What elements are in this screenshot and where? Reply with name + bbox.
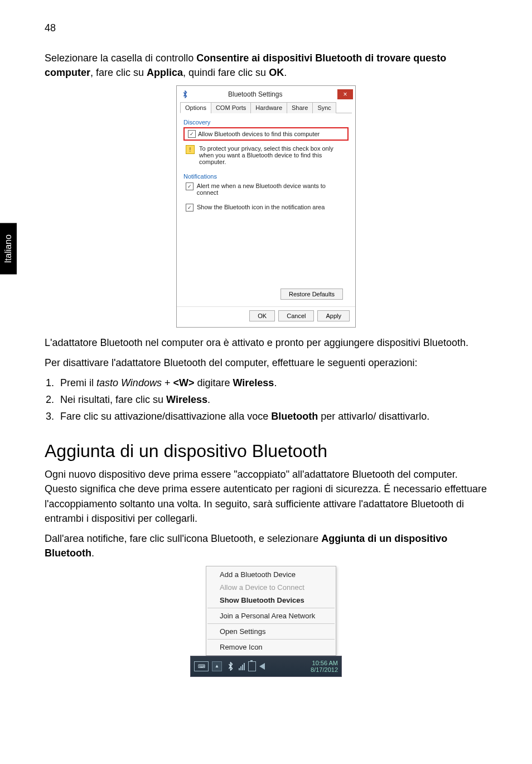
tab-options[interactable]: Options	[180, 102, 211, 113]
menu-separator	[207, 623, 335, 624]
text: Premi il	[60, 377, 96, 388]
dialog-tabs: Options COM Ports Hardware Share Sync	[180, 102, 352, 113]
text: .	[91, 547, 94, 559]
text: .	[284, 67, 287, 78]
notifications-group-label: Notifications	[183, 173, 349, 180]
text-bold: OK	[269, 67, 284, 78]
paragraph: Per disattivare l'adattatore Bluetooth d…	[45, 355, 487, 370]
menu-allow-connect[interactable]: Allow a Device to Connect	[207, 581, 335, 594]
allow-find-checkbox[interactable]: ✓	[188, 130, 196, 138]
text: Dall'area notifiche, fare clic sull'icon…	[45, 533, 321, 544]
text-bold: Wireless	[233, 377, 274, 388]
network-signal-icon[interactable]	[239, 662, 245, 670]
tab-share[interactable]: Share	[287, 102, 313, 113]
menu-open-settings[interactable]: Open Settings	[207, 625, 335, 638]
text: Selezionare la casella di controllo	[45, 52, 196, 64]
keyboard-icon[interactable]: ⌨	[194, 661, 209, 671]
taskbar-clock[interactable]: 10:56 AM 8/17/2012	[311, 660, 338, 673]
dialog-title: Bluetooth Settings	[228, 90, 282, 98]
intro-paragraph: Selezionare la casella di controllo Cons…	[45, 51, 487, 80]
section-heading: Aggiunta di un dispositivo Bluetooth	[45, 441, 487, 462]
menu-join-pan[interactable]: Join a Personal Area Network	[207, 609, 335, 622]
text-bold: Bluetooth	[271, 411, 318, 422]
taskbar-date: 8/17/2012	[311, 666, 338, 673]
language-side-tab: Italiano	[0, 223, 17, 275]
paragraph: L'adattatore Bluetooth nel computer ora …	[45, 335, 487, 350]
warning-icon: !	[186, 145, 195, 154]
steps-list: Premi il tasto Windows + <W> digitare Wi…	[45, 376, 487, 424]
alert-connect-label: Alert me when a new Bluetooth device wan…	[197, 182, 346, 196]
show-hidden-icons[interactable]: ▲	[212, 661, 222, 671]
menu-add-device[interactable]: Add a Bluetooth Device	[207, 568, 335, 581]
text-bold: Wireless	[166, 394, 207, 405]
menu-remove-icon[interactable]: Remove Icon	[207, 641, 335, 654]
text-bold: <W>	[173, 377, 194, 388]
paragraph: Ogni nuovo dispositivo deve prima essere…	[45, 467, 487, 525]
apply-button[interactable]: Apply	[317, 310, 350, 321]
tab-hardware[interactable]: Hardware	[250, 102, 287, 113]
text: Fare clic su attivazione/disattivazione …	[60, 411, 271, 422]
bluetooth-settings-dialog: Bluetooth Settings × Options COM Ports H…	[176, 85, 356, 328]
allow-find-label: Allow Bluetooth devices to find this com…	[198, 131, 320, 137]
page-number: 48	[45, 22, 487, 34]
tab-com-ports[interactable]: COM Ports	[211, 102, 251, 113]
list-item: Fare clic su attivazione/disattivazione …	[57, 409, 487, 424]
menu-separator	[207, 639, 335, 640]
text-bold: Applica	[147, 67, 183, 78]
text: Nei risultati, fare clic su	[60, 394, 166, 405]
text: digitare	[194, 377, 233, 388]
discovery-group-label: Discovery	[183, 119, 349, 126]
list-item: Nei risultati, fare clic su Wireless.	[57, 392, 487, 407]
text: .	[207, 394, 210, 405]
show-icon-checkbox[interactable]: ✓	[186, 204, 194, 212]
bluetooth-tray-menu: Add a Bluetooth Device Allow a Device to…	[206, 566, 336, 656]
text: .	[274, 377, 277, 388]
menu-separator	[207, 608, 335, 608]
text: , fare clic su	[90, 67, 147, 78]
text: per attivarlo/ disattivarlo.	[318, 411, 429, 422]
bluetooth-tray-icon[interactable]	[225, 661, 235, 671]
alert-connect-checkbox[interactable]: ✓	[186, 182, 194, 190]
restore-defaults-button[interactable]: Restore Defaults	[280, 289, 343, 300]
battery-icon[interactable]	[248, 661, 256, 671]
taskbar: ⌨ ▲ 10:56 AM 8/17/2012	[190, 656, 342, 677]
taskbar-time: 10:56 AM	[311, 660, 338, 666]
volume-icon[interactable]	[259, 663, 265, 670]
menu-show-devices[interactable]: Show Bluetooth Devices	[207, 594, 335, 607]
privacy-warning-text: To protect your privacy, select this che…	[199, 145, 346, 165]
list-item: Premi il tasto Windows + <W> digitare Wi…	[57, 376, 487, 391]
tab-sync[interactable]: Sync	[312, 102, 336, 113]
discovery-highlight-box: ✓ Allow Bluetooth devices to find this c…	[183, 127, 349, 141]
bluetooth-icon	[181, 90, 189, 98]
cancel-button[interactable]: Cancel	[278, 310, 314, 321]
text: , quindi fare clic su	[183, 67, 269, 78]
ok-button[interactable]: OK	[249, 310, 275, 321]
close-button[interactable]: ×	[337, 89, 353, 99]
text: +	[162, 377, 173, 388]
text-italic: tasto Windows	[96, 377, 162, 388]
show-icon-label: Show the Bluetooth icon in the notificat…	[197, 204, 325, 210]
paragraph: Dall'area notifiche, fare clic sull'icon…	[45, 531, 487, 560]
